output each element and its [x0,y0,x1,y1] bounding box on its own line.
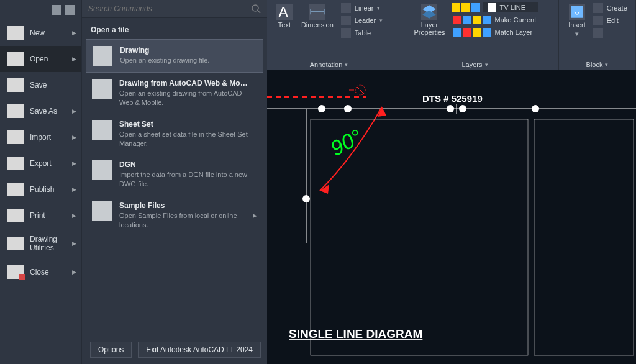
linear-label: Linear [355,4,374,12]
drawing-canvas[interactable]: 90° DTS # 525919 SINGLE LINE DIAGRAM [267,70,636,364]
menu-import[interactable]: Import▶ [0,124,81,150]
block-extra-button[interactable] [592,27,604,39]
menu-item-label: Save As [30,107,57,116]
linear-button[interactable]: Linear▾ [340,2,382,14]
svg-point-24 [252,5,258,11]
layers-icon [421,4,437,20]
menu-item-label: New [30,29,45,37]
layer-tool-icon [483,16,491,24]
svg-line-25 [258,11,260,13]
file-icon [7,265,24,279]
menu-item-label: Import [30,133,51,142]
insert-label: Insert [568,21,586,29]
file-icon [7,104,24,118]
angle-text: 90° [326,124,365,160]
create-label: Create [607,4,627,12]
table-label: Table [355,29,371,37]
menu-item-label: Close [30,268,49,276]
options-button[interactable]: Options [90,342,132,358]
current-layer-dropdown[interactable]: TV LINE [483,2,538,12]
edit-button[interactable]: Edit [592,15,620,26]
dimension-label: Dimension [301,21,334,29]
open-option-dgn[interactable]: DGNImport the data from a DGN file into … [86,154,263,195]
chevron-down-icon: ▾ [345,61,348,68]
svg-text:A: A [278,4,288,20]
panel-title-annotation[interactable]: Annotation▾ [310,61,348,68]
app-menu-right: Open a file DrawingOpen an existing draw… [82,0,267,364]
open-option-sample-files[interactable]: Sample FilesOpen Sample Files from local… [86,195,263,236]
open-option-drawing[interactable]: DrawingOpen an existing drawing file. [86,39,263,73]
menu-export[interactable]: Export▶ [0,150,81,176]
match-layer-button[interactable]: Match Layer [452,27,538,37]
file-type-icon [92,201,112,221]
open-option-sheet-set[interactable]: Sheet SetOpen a sheet set data file in t… [86,114,263,155]
bulb-icon [452,3,460,12]
file-icon [7,26,24,40]
table-icon [341,28,351,38]
application-menu: New▶Open▶SaveSave As▶Import▶Export▶Publi… [0,0,267,364]
sun-icon [461,3,470,12]
insert-button[interactable]: Insert ▾ [566,2,588,39]
chevron-right-icon: ▶ [72,160,76,166]
open-option-desc: Open Sample Files from local or online l… [119,211,257,230]
menu-new[interactable]: New▶ [0,20,81,46]
layer-tool-icon [473,28,481,37]
search-input[interactable] [88,4,251,13]
menu-close[interactable]: Close▶ [0,259,81,285]
text-label: Text [278,21,291,29]
leader-button[interactable]: Leader▾ [340,15,384,26]
text-icon: A [276,4,293,20]
file-icon [7,183,24,196]
svg-point-10 [318,105,325,112]
file-type-icon [92,120,112,140]
dimension-button[interactable]: Dimension [299,2,336,30]
menu-item-label: Export [30,159,52,168]
menu-drawing[interactable]: Drawing Utilities▶ [0,229,81,259]
svg-point-14 [532,105,539,112]
menu-item-label: Open [30,55,48,63]
chevron-down-icon: ▾ [379,17,383,24]
layer-tool-icon [453,28,461,37]
menu-item-label: Print [30,211,45,220]
layer-tool-icon [473,16,481,24]
dimension-icon [309,4,325,20]
layer-properties-button[interactable]: Layer Properties [411,2,447,37]
menu-save-as[interactable]: Save As▶ [0,98,81,124]
open-section-title: Open a file [82,18,267,39]
current-layer-name: TV LINE [500,4,526,11]
panel-block: Insert ▾ Create Edit Block▾ [559,0,636,70]
diagram-title: SINGLE LINE DIAGRAM [289,327,422,340]
svg-point-13 [459,105,466,112]
create-button[interactable]: Create [592,2,629,14]
table-button[interactable]: Table [340,27,372,39]
panel-title-block[interactable]: Block▾ [586,61,609,68]
chevron-right-icon: ▶ [72,108,76,114]
svg-rect-23 [534,119,634,355]
menu-publish[interactable]: Publish▶ [0,176,81,202]
leader-label: Leader [355,17,376,24]
layer-properties-label: Layer Properties [414,21,445,36]
file-icon [7,209,24,222]
block-extra-icon [593,28,603,38]
make-current-button[interactable]: Make Current [452,15,538,25]
recent-documents-icon[interactable] [52,5,61,15]
app-menu-left: New▶Open▶SaveSave As▶Import▶Export▶Publi… [0,0,82,364]
svg-marker-5 [423,11,437,19]
layer-state-icons[interactable] [452,3,480,12]
open-option-title: Sample Files [119,201,257,210]
panel-title-layers[interactable]: Layers▾ [461,61,488,68]
file-icon [7,130,24,144]
text-button[interactable]: A Text [274,2,295,30]
menu-open[interactable]: Open▶ [0,46,81,72]
menu-item-label: Publish [30,185,54,194]
search-icon[interactable] [251,4,261,14]
exit-button[interactable]: Exit Autodesk AutoCAD LT 2024 [138,342,261,358]
menu-print[interactable]: Print▶ [0,202,81,229]
linear-icon [341,3,351,13]
open-documents-icon[interactable] [65,5,75,15]
panel-layers: Layer Properties TV LINE Make Current Ma… [391,0,559,70]
leader-icon [341,16,351,25]
open-option-desc: Import the data from a DGN file into a n… [119,170,257,189]
menu-save[interactable]: Save [0,72,81,98]
open-option-drawing-from-autocad-web-mo-[interactable]: Drawing from AutoCAD Web & Mo…Open an ex… [86,73,263,114]
